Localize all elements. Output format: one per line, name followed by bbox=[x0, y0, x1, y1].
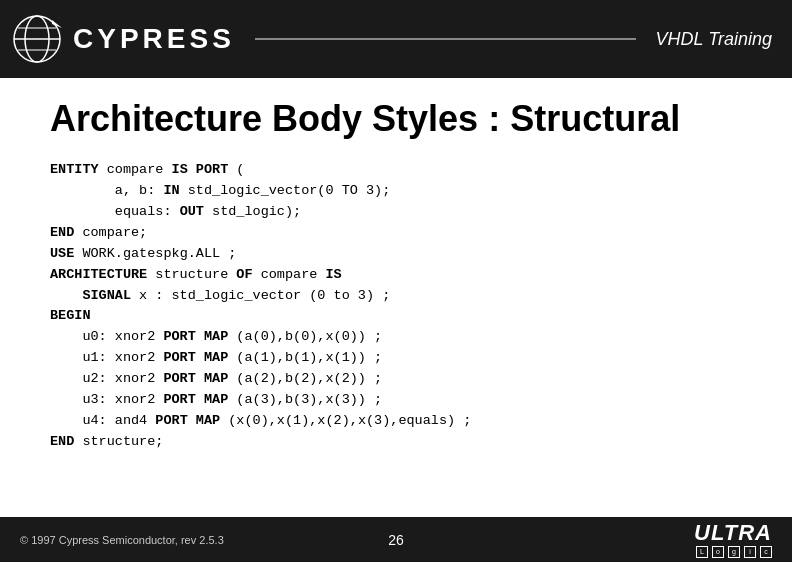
footer-page-number: 26 bbox=[388, 532, 404, 548]
logic-letter-c: c bbox=[760, 546, 772, 558]
logic-letter-L: L bbox=[696, 546, 708, 558]
cypress-logo-icon bbox=[10, 10, 65, 68]
code-line-13: u4: and4 PORT MAP (x(0),x(1),x(2),x(3),e… bbox=[50, 411, 742, 432]
main-content: Architecture Body Styles : Structural EN… bbox=[0, 78, 792, 463]
code-line-5: USE WORK.gatespkg.ALL ; bbox=[50, 244, 742, 265]
code-line-2: a, b: IN std_logic_vector(0 TO 3); bbox=[50, 181, 742, 202]
header: CYPRESS VHDL Training bbox=[0, 0, 792, 78]
logo-text: CYPRESS bbox=[73, 23, 235, 55]
logo-area: CYPRESS bbox=[10, 10, 235, 68]
ultra-logo-text: ULTRA bbox=[694, 522, 772, 544]
footer: © 1997 Cypress Semiconductor, rev 2.5.3 … bbox=[0, 517, 792, 562]
header-title: VHDL Training bbox=[656, 29, 772, 50]
header-divider bbox=[255, 38, 636, 40]
code-line-3: equals: OUT std_logic); bbox=[50, 202, 742, 223]
code-line-6: ARCHITECTURE structure OF compare IS bbox=[50, 265, 742, 286]
code-line-11: u2: xnor2 PORT MAP (a(2),b(2),x(2)) ; bbox=[50, 369, 742, 390]
code-line-4: END compare; bbox=[50, 223, 742, 244]
code-block: ENTITY compare IS PORT ( a, b: IN std_lo… bbox=[50, 160, 742, 453]
code-line-7: SIGNAL x : std_logic_vector (0 to 3) ; bbox=[50, 286, 742, 307]
logic-boxes: L o g i c bbox=[696, 546, 772, 558]
footer-copyright: © 1997 Cypress Semiconductor, rev 2.5.3 bbox=[20, 534, 224, 546]
logic-letter-i: i bbox=[744, 546, 756, 558]
code-line-14: END structure; bbox=[50, 432, 742, 453]
code-line-8: BEGIN bbox=[50, 306, 742, 327]
footer-logo-area: ULTRA L o g i c bbox=[694, 522, 772, 558]
logic-letter-g: g bbox=[728, 546, 740, 558]
code-line-1: ENTITY compare IS PORT ( bbox=[50, 160, 742, 181]
code-line-12: u3: xnor2 PORT MAP (a(3),b(3),x(3)) ; bbox=[50, 390, 742, 411]
logic-letter-o: o bbox=[712, 546, 724, 558]
code-line-9: u0: xnor2 PORT MAP (a(0),b(0),x(0)) ; bbox=[50, 327, 742, 348]
code-line-10: u1: xnor2 PORT MAP (a(1),b(1),x(1)) ; bbox=[50, 348, 742, 369]
page-title: Architecture Body Styles : Structural bbox=[50, 98, 742, 140]
